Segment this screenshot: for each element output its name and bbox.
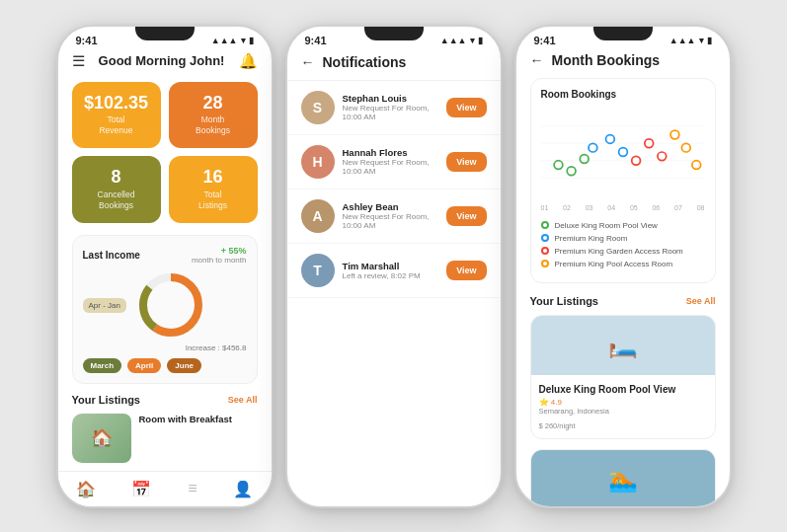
month-buttons: March April June xyxy=(83,358,247,373)
phone-notifications: 9:41 ▲▲▲ ▾ ▮ ← Notifications S Stephan L… xyxy=(285,25,503,508)
chart-title: Room Bookings xyxy=(541,89,705,100)
legend-label-3: Premium King Pool Access Room xyxy=(555,260,673,268)
notif-name-1: Hannah Flores xyxy=(343,147,439,158)
battery-icon-2: ▮ xyxy=(478,36,483,45)
stat-bookings-label: MonthBookings xyxy=(179,114,248,136)
stat-listings: 16 TotalListings xyxy=(169,156,258,223)
income-period: month to month xyxy=(192,256,247,265)
nav-calendar[interactable]: 📅 xyxy=(131,480,151,498)
chart-labels: 01 02 03 04 05 06 07 08 xyxy=(541,204,705,211)
listing3-card-1: 🏊 Premium King Pool Access Room ⭐ 4.4 Se… xyxy=(530,449,716,506)
time-2: 9:41 xyxy=(305,35,327,46)
view-btn-0[interactable]: View xyxy=(446,98,486,117)
chart-label-3: 04 xyxy=(607,204,615,211)
legend-label-0: Deluxe King Room Pool View xyxy=(555,221,658,230)
listings-header: Your Listings See All xyxy=(72,394,258,406)
dashboard-header: ☰ Good Morning John! 🔔 xyxy=(72,52,258,70)
stat-revenue-value: $102.35 xyxy=(82,94,151,114)
svg-point-7 xyxy=(554,160,563,169)
stats-grid: $102.35 TotalRevenue 28 MonthBookings 8 … xyxy=(72,82,258,224)
listing-item: 🏠 Room with Breakfast xyxy=(72,414,258,463)
wifi-icon-2: ▾ xyxy=(470,36,475,45)
nav-menu[interactable]: ≡ xyxy=(188,480,197,497)
chart-label-0: 01 xyxy=(541,204,549,211)
notif-body-0: Stephan Louis New Request For Room, 10:0… xyxy=(343,93,439,121)
listing-image: 🏠 xyxy=(72,414,131,463)
bookings-header: ← Month Bookings xyxy=(530,52,716,68)
notifications-content: ← Notifications S Stephan Louis New Requ… xyxy=(287,48,501,506)
bookings-title: Month Bookings xyxy=(552,52,661,68)
signal-icon-2: ▲▲▲ xyxy=(440,36,467,45)
notif-item-3: T Tim Marshall Left a review, 8:02 PM Vi… xyxy=(287,244,501,298)
signal-icon-3: ▲▲▲ xyxy=(669,36,696,45)
status-icons-2: ▲▲▲ ▾ ▮ xyxy=(440,36,483,45)
listings3-section: Your Listings See All 🛏️ Deluxe King Roo… xyxy=(530,295,716,506)
greeting-text: Good Morning John! xyxy=(99,53,225,68)
back-arrow-icon[interactable]: ← xyxy=(301,54,315,70)
stat-cancelled: 8 CancelledBookings xyxy=(72,156,161,223)
svg-point-10 xyxy=(589,143,597,152)
legend-dot-1 xyxy=(541,234,549,242)
listing3-price-0: $ 260/night xyxy=(539,418,707,430)
listing3-rating-0: ⭐ 4.9 xyxy=(539,398,707,407)
phone-dashboard: 9:41 ▲▲▲ ▾ ▮ ☰ Good Morning John! 🔔 $102… xyxy=(56,25,274,508)
listings3-header: Your Listings See All xyxy=(530,295,716,307)
chart-label-4: 05 xyxy=(630,204,638,211)
listing3-loc-0: Semarang, Indonesia xyxy=(539,407,707,416)
time-3: 9:41 xyxy=(534,35,556,46)
notch-1 xyxy=(135,27,195,40)
dashboard-content: ☰ Good Morning John! 🔔 $102.35 TotalReve… xyxy=(58,48,272,471)
chart-label-6: 07 xyxy=(674,204,682,211)
notif-body-3: Tim Marshall Left a review, 8:02 PM xyxy=(343,261,439,280)
notif-name-2: Ashley Bean xyxy=(343,201,439,212)
wifi-icon: ▾ xyxy=(241,36,246,45)
legend-label-1: Premium King Room xyxy=(555,234,628,243)
listings-see-all[interactable]: See All xyxy=(228,395,258,405)
notif-name-0: Stephan Louis xyxy=(343,93,439,104)
month-march-btn[interactable]: March xyxy=(83,358,122,373)
income-date-range: Apr - Jan xyxy=(83,298,126,313)
income-title: Last Income xyxy=(83,250,140,261)
bell-icon[interactable]: 🔔 xyxy=(239,52,258,70)
listing3-body-0: Deluxe King Room Pool View ⭐ 4.9 Semaran… xyxy=(531,375,715,438)
income-header: Last Income + 55% month to month xyxy=(83,246,247,265)
listing-name: Room with Breakfast xyxy=(139,414,258,425)
time-1: 9:41 xyxy=(76,35,98,46)
svg-point-16 xyxy=(670,130,679,139)
svg-point-15 xyxy=(657,152,666,161)
legend-dot-3 xyxy=(541,260,549,267)
listings3-see-all[interactable]: See All xyxy=(686,296,716,306)
view-btn-2[interactable]: View xyxy=(446,206,486,226)
chart-label-7: 08 xyxy=(697,204,705,211)
svg-point-12 xyxy=(618,147,627,156)
listings-title: Your Listings xyxy=(72,394,140,406)
view-btn-1[interactable]: View xyxy=(446,152,486,172)
notif-name-3: Tim Marshall xyxy=(343,261,439,271)
notif-item-1: H Hannah Flores New Request For Room, 10… xyxy=(287,135,501,190)
nav-home[interactable]: 🏠 xyxy=(76,480,96,498)
menu-icon[interactable]: ☰ xyxy=(72,52,85,70)
legend-label-2: Premium King Garden Access Room xyxy=(555,247,683,256)
chart-section: Room Bookings xyxy=(530,78,716,283)
back-arrow-icon-3[interactable]: ← xyxy=(530,52,544,68)
signal-icon: ▲▲▲ xyxy=(211,36,238,45)
notif-item-2: A Ashley Bean New Request For Room, 10:0… xyxy=(287,190,501,244)
bottom-nav: 🏠 📅 ≡ 👤 xyxy=(58,471,272,506)
donut-chart xyxy=(136,270,205,340)
stat-bookings: 28 MonthBookings xyxy=(169,82,258,149)
month-april-btn[interactable]: April xyxy=(127,358,161,373)
listings3-title: Your Listings xyxy=(530,295,598,307)
view-btn-3[interactable]: View xyxy=(446,261,486,280)
income-increase: Increase : $456.8 xyxy=(83,343,247,352)
avatar-3: T xyxy=(301,254,335,287)
nav-profile[interactable]: 👤 xyxy=(233,480,253,498)
month-june-btn[interactable]: June xyxy=(167,358,201,373)
income-section: Last Income + 55% month to month Apr - J… xyxy=(72,235,258,384)
status-icons-3: ▲▲▲ ▾ ▮ xyxy=(669,36,712,45)
notif-msg-1: New Request For Room, 10:00 AM xyxy=(343,158,439,176)
phones-container: 9:41 ▲▲▲ ▾ ▮ ☰ Good Morning John! 🔔 $102… xyxy=(46,15,742,518)
listing3-img-0: 🛏️ xyxy=(531,316,715,375)
notch-2 xyxy=(364,27,424,40)
status-icons-1: ▲▲▲ ▾ ▮ xyxy=(211,36,254,45)
listings-section: Your Listings See All 🏠 Room with Breakf… xyxy=(72,394,258,463)
